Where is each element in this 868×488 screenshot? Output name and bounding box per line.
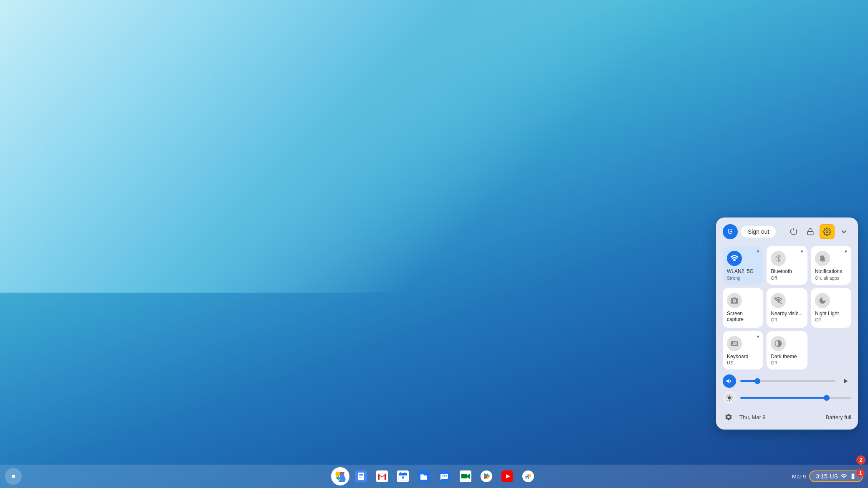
footer-date: Thu, Mar 9 <box>739 414 766 420</box>
chevron-down-icon <box>840 228 848 236</box>
wifi-tile-name: WLAN2_5G <box>727 268 754 274</box>
brightness-slider-thumb[interactable] <box>824 395 830 401</box>
taskbar: 9 <box>0 465 868 488</box>
taskbar-date: Mar 9 <box>792 473 806 480</box>
volume-slider-track[interactable] <box>740 380 835 382</box>
night-light-tile-status: Off <box>815 317 821 322</box>
taskbar-language: US <box>830 473 838 480</box>
svg-point-29 <box>444 475 445 477</box>
screen-capture-tile-icon <box>727 293 742 308</box>
wifi-tile-status: Strong <box>727 276 740 281</box>
collapse-button[interactable] <box>836 224 851 239</box>
wifi-tile[interactable]: WLAN2_5G Strong ▼ <box>723 246 763 284</box>
header-icons <box>786 224 851 239</box>
bluetooth-tile[interactable]: Bluetooth Off ▼ <box>767 246 807 284</box>
messages-app-icon[interactable] <box>435 467 454 485</box>
bluetooth-tile-status: Off <box>771 276 777 281</box>
bluetooth-tile-name: Bluetooth <box>771 268 792 274</box>
bluetooth-tile-icon <box>771 251 786 266</box>
dark-theme-tile-icon <box>771 336 786 351</box>
screen-capture-tile[interactable]: Screen capture <box>723 288 763 328</box>
svg-point-1 <box>826 231 828 233</box>
notifications-tile-icon <box>815 251 830 266</box>
docs-app-icon[interactable] <box>352 467 370 485</box>
settings-button[interactable] <box>820 224 835 239</box>
settings-icon <box>823 228 831 236</box>
system-panel: G Sign out <box>716 217 858 430</box>
tray-notification-badge: 1 <box>856 469 865 477</box>
quick-tiles-grid: WLAN2_5G Strong ▼ Bluetooth Off ▼ <box>723 246 851 369</box>
keyboard-tile-arrow: ▼ <box>756 334 760 339</box>
lock-button[interactable] <box>803 224 818 239</box>
system-tray-wrapper: 3:15 US 1 <box>809 470 863 482</box>
taskbar-time: 3:15 <box>816 473 827 480</box>
taskbar-battery-icon <box>850 473 856 480</box>
brightness-slider-fill <box>740 397 827 399</box>
svg-rect-0 <box>807 232 813 235</box>
nearby-tile-icon <box>771 293 786 308</box>
brightness-slider-row <box>723 391 851 405</box>
calendar-app-icon[interactable]: 9 <box>394 467 412 485</box>
keyboard-tile-status: US <box>727 360 733 365</box>
chrome-app-icon[interactable] <box>331 467 349 485</box>
keyboard-tile-name: Keyboard <box>727 354 748 359</box>
footer-settings-icon[interactable] <box>723 411 734 423</box>
volume-expand-button[interactable] <box>840 375 851 387</box>
power-button[interactable] <box>786 224 801 239</box>
nearby-tile-status: Off <box>771 317 777 322</box>
svg-rect-14 <box>359 475 363 476</box>
dark-theme-tile-name: Dark theme <box>771 354 797 359</box>
system-tray-button[interactable]: 3:15 US <box>809 470 863 482</box>
night-light-tile-name: Night Light <box>815 311 839 316</box>
panel-header: G Sign out <box>723 224 851 239</box>
svg-rect-13 <box>359 474 363 475</box>
nearby-tile-name: Nearby visib... <box>771 311 802 316</box>
notifications-tile-name: Notifications <box>815 268 842 274</box>
youtube-app-icon[interactable] <box>498 467 516 485</box>
footer-battery: Battery full <box>826 414 851 420</box>
keyboard-tile[interactable]: Keyboard US ▼ <box>723 331 763 369</box>
svg-point-28 <box>442 475 443 477</box>
notifications-tile-arrow: ▼ <box>844 249 848 254</box>
svg-text:9: 9 <box>402 475 404 480</box>
gmail-app-icon[interactable] <box>373 467 391 485</box>
nearby-tile[interactable]: Nearby visib... Off <box>767 288 807 328</box>
svg-rect-15 <box>359 477 362 478</box>
dark-theme-tile[interactable]: Dark theme Off <box>767 331 807 369</box>
photos-app-icon[interactable] <box>519 467 537 485</box>
wifi-tile-arrow: ▼ <box>756 249 760 254</box>
sign-out-button[interactable]: Sign out <box>741 226 776 238</box>
play-app-icon[interactable] <box>477 467 496 485</box>
lock-icon <box>807 228 814 235</box>
volume-slider-thumb[interactable] <box>754 378 760 384</box>
launcher-button[interactable] <box>5 468 22 485</box>
taskbar-right: Mar 9 3:15 US 1 <box>792 470 863 482</box>
volume-icon[interactable] <box>723 374 736 388</box>
power-icon <box>790 228 798 236</box>
files-app-icon[interactable] <box>415 467 433 485</box>
night-light-tile-icon <box>815 293 830 308</box>
panel-notification-badge: 2 <box>856 455 865 465</box>
brightness-slider-track[interactable] <box>740 397 851 399</box>
meet-app-icon[interactable] <box>456 467 475 485</box>
brightness-icon[interactable] <box>723 391 736 405</box>
night-light-tile[interactable]: Night Light Off <box>811 288 851 328</box>
wifi-tile-icon <box>727 251 742 266</box>
keyboard-tile-icon <box>727 336 742 351</box>
user-avatar[interactable]: G <box>723 224 738 239</box>
taskbar-wifi-icon <box>840 473 847 480</box>
notifications-tile-status: On, all apps <box>815 276 840 281</box>
taskbar-left <box>5 468 22 485</box>
volume-slider-row <box>723 374 851 388</box>
svg-point-3 <box>734 300 735 301</box>
svg-rect-12 <box>358 473 364 480</box>
notifications-tile[interactable]: Notifications On, all apps ▼ <box>811 246 851 284</box>
bluetooth-tile-arrow: ▼ <box>800 249 804 254</box>
dark-theme-tile-status: Off <box>771 360 777 365</box>
launcher-dot <box>12 475 15 478</box>
svg-point-30 <box>445 475 447 477</box>
panel-footer: Thu, Mar 9 Battery full <box>723 408 851 423</box>
screen-capture-tile-name: Screen capture <box>727 311 759 323</box>
taskbar-app-icons: 9 <box>331 467 537 485</box>
